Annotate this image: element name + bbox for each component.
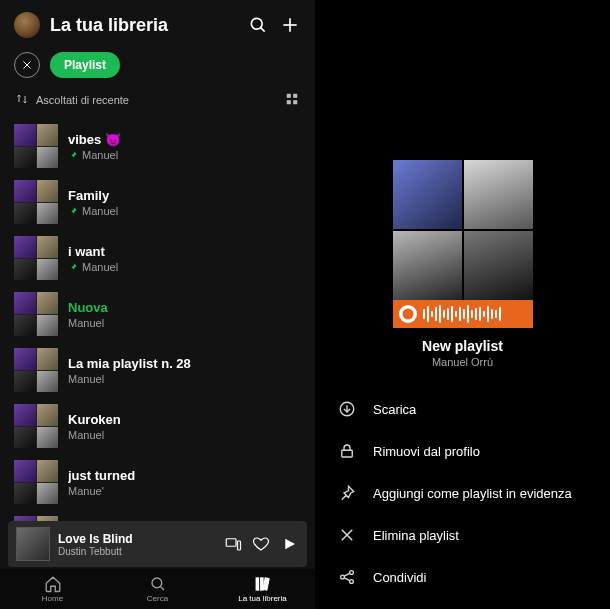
menu-remove-from-profile[interactable]: Rimuovi dal profilo: [331, 430, 594, 472]
playlist-art: [14, 180, 58, 224]
library-pane: La tua libreria Playlist Ascoltati di re…: [0, 0, 315, 609]
playlist-art: [14, 460, 58, 504]
grid-view-icon[interactable]: [285, 92, 299, 108]
menu-share-label: Condividi: [373, 570, 426, 585]
playlist-name: i want: [68, 244, 118, 259]
playlist-meta: just turnedManue': [68, 468, 135, 497]
playlist-row[interactable]: vibes 😈Manuel: [10, 118, 305, 174]
add-icon[interactable]: [279, 14, 301, 36]
playlist-art: [14, 124, 58, 168]
user-avatar[interactable]: [14, 12, 40, 38]
playlist-meta: NuovaManuel: [68, 300, 108, 329]
filter-row: Playlist: [0, 46, 315, 88]
menu-remove-label: Rimuovi dal profilo: [373, 444, 480, 459]
spotify-code[interactable]: [393, 300, 533, 328]
detail-pane: New playlist Manuel Orrù Scarica Rimuovi…: [315, 0, 610, 609]
menu-feature-playlist[interactable]: Aggiungi come playlist in evidenza: [331, 472, 594, 514]
menu-feature-label: Aggiungi come playlist in evidenza: [373, 486, 572, 501]
pin-icon: [337, 484, 357, 502]
devices-icon[interactable]: [223, 534, 243, 554]
nav-search[interactable]: Cerca: [105, 569, 210, 609]
heart-icon[interactable]: [251, 534, 271, 554]
playlist-owner: Manuel: [68, 149, 121, 161]
playlist-cover[interactable]: [393, 160, 533, 300]
svg-rect-10: [287, 100, 291, 104]
now-playing-bar[interactable]: Love Is Blind Dustin Tebbutt: [8, 521, 307, 567]
playlist-owner: Manue': [68, 485, 135, 497]
menu-share[interactable]: Condividi: [331, 556, 594, 598]
playlist-meta: La mia playlist n. 28Manuel: [68, 356, 191, 385]
menu-download[interactable]: Scarica: [331, 388, 594, 430]
spotify-code-bars: [423, 305, 527, 323]
bottom-nav: Home Cerca La tua libreria: [0, 569, 315, 609]
nav-library-label: La tua libreria: [238, 594, 286, 603]
now-playing-art: [16, 527, 50, 561]
search-icon[interactable]: [247, 14, 269, 36]
svg-line-29: [344, 578, 350, 581]
svg-rect-8: [287, 94, 291, 98]
nav-search-label: Cerca: [147, 594, 168, 603]
svg-rect-17: [256, 578, 258, 590]
playlist-name: just turned: [68, 468, 135, 483]
playlist-art: [14, 348, 58, 392]
playlist-row[interactable]: KurokenManuel: [10, 398, 305, 454]
close-icon: [337, 526, 357, 544]
playlist-art: [14, 292, 58, 336]
sort-icon[interactable]: [16, 93, 30, 107]
playlist-owner: Manuel: [68, 261, 118, 273]
filter-chip-playlist[interactable]: Playlist: [50, 52, 120, 78]
spotify-logo-icon: [399, 305, 417, 323]
svg-point-15: [152, 578, 162, 588]
playlist-row[interactable]: just turnedManue': [10, 454, 305, 510]
nav-library[interactable]: La tua libreria: [210, 569, 315, 609]
svg-rect-11: [293, 100, 297, 104]
header: La tua libreria: [0, 0, 315, 46]
playlist-name: vibes 😈: [68, 132, 121, 147]
svg-rect-9: [293, 94, 297, 98]
svg-line-1: [261, 28, 265, 32]
menu-download-label: Scarica: [373, 402, 416, 417]
svg-point-25: [341, 575, 345, 579]
playlist-name: La mia playlist n. 28: [68, 356, 191, 371]
download-icon: [337, 400, 357, 418]
sort-label[interactable]: Ascoltati di recente: [36, 94, 285, 106]
nav-home-label: Home: [42, 594, 63, 603]
playlist-row[interactable]: La mia playlist n. 28Manuel: [10, 342, 305, 398]
playlist-row[interactable]: i wantManuel: [10, 230, 305, 286]
detail-owner: Manuel Orrù: [315, 356, 610, 368]
now-playing-artist: Dustin Tebbutt: [58, 546, 215, 557]
pinned-icon: [68, 206, 78, 216]
playlist-row[interactable]: FamilyManuel: [10, 174, 305, 230]
pinned-icon: [68, 262, 78, 272]
playlist-owner: Manuel: [68, 205, 118, 217]
menu-delete-playlist[interactable]: Elimina playlist: [331, 514, 594, 556]
playlist-meta: vibes 😈Manuel: [68, 132, 121, 161]
svg-point-27: [350, 580, 354, 584]
playlist-owner: Manuel: [68, 373, 191, 385]
nav-home[interactable]: Home: [0, 569, 105, 609]
lock-icon: [337, 442, 357, 460]
playlist-name: Kuroken: [68, 412, 121, 427]
pinned-icon: [68, 150, 78, 160]
page-title: La tua libreria: [50, 15, 237, 36]
share-icon: [337, 568, 357, 586]
playlist-art: [14, 404, 58, 448]
svg-line-16: [160, 586, 164, 590]
now-playing-meta: Love Is Blind Dustin Tebbutt: [58, 532, 215, 557]
playlist-meta: i wantManuel: [68, 244, 118, 273]
playlist-name: Family: [68, 188, 118, 203]
detail-title: New playlist: [315, 338, 610, 354]
svg-rect-13: [238, 541, 241, 550]
playlist-owner: Manuel: [68, 317, 108, 329]
svg-point-19: [402, 309, 413, 320]
menu-delete-label: Elimina playlist: [373, 528, 459, 543]
clear-filter-button[interactable]: [14, 52, 40, 78]
playlist-row[interactable]: NuovaManuel: [10, 286, 305, 342]
playlist-owner: Manuel: [68, 429, 121, 441]
svg-rect-22: [342, 450, 353, 457]
play-icon[interactable]: [279, 534, 299, 554]
playlist-meta: FamilyManuel: [68, 188, 118, 217]
svg-rect-12: [226, 539, 236, 547]
svg-marker-14: [285, 539, 295, 550]
sort-row: Ascoltati di recente: [0, 88, 315, 114]
